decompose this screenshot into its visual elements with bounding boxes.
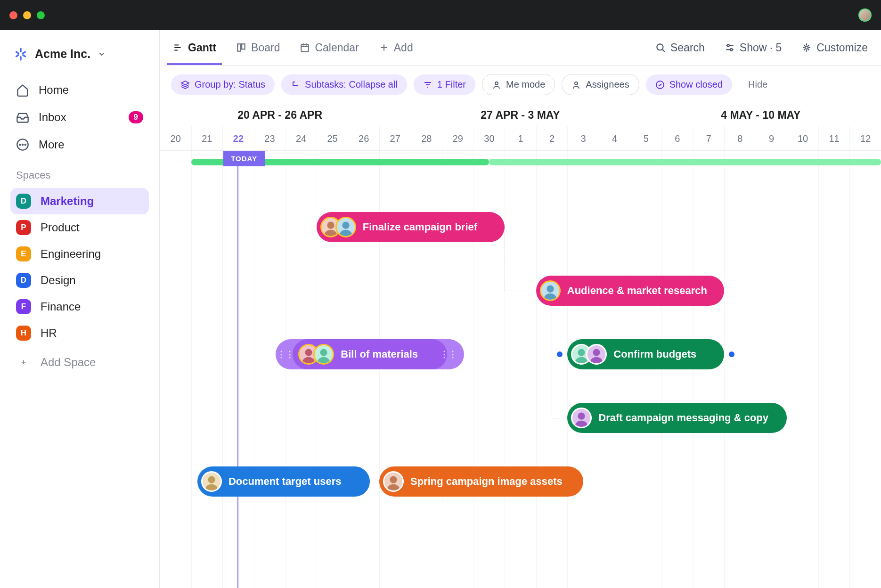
- gantt-task[interactable]: Confirm budgets: [567, 339, 724, 369]
- day-cell: 24: [285, 126, 317, 150]
- svg-point-2: [22, 144, 23, 145]
- inbox-icon: [16, 111, 29, 124]
- close-window[interactable]: [9, 11, 17, 19]
- drag-handle-icon[interactable]: ⋮⋮: [442, 339, 455, 369]
- toolbar-search[interactable]: Search: [653, 31, 707, 65]
- gantt-task[interactable]: Document target users: [197, 466, 370, 497]
- filter-chip[interactable]: 1 Filter: [414, 74, 475, 95]
- gantt-timeline[interactable]: Finalize campaign briefAudience & market…: [160, 151, 881, 588]
- me-mode-chip[interactable]: Me mode: [482, 74, 555, 95]
- show-closed-chip[interactable]: Show closed: [646, 74, 732, 95]
- plus-icon: [379, 42, 389, 53]
- day-cell: 5: [630, 126, 661, 150]
- avatar: [313, 344, 334, 365]
- task-label: Document target users: [228, 475, 342, 488]
- space-label: Marketing: [41, 195, 94, 208]
- week-label: 27 APR - 3 MAY: [400, 104, 640, 126]
- gantt-task[interactable]: Draft campaign messaging & copy: [567, 403, 787, 433]
- gear-icon: [801, 42, 812, 53]
- workspace-switcher[interactable]: Acme Inc.: [10, 41, 149, 66]
- person-icon: [571, 80, 581, 90]
- sidebar-space-product[interactable]: PProduct: [10, 214, 149, 241]
- gantt-task[interactable]: Spring campaign image assets: [379, 466, 583, 497]
- svg-point-10: [805, 46, 808, 49]
- person-icon: [492, 80, 501, 90]
- assignees-chip[interactable]: Assignees: [562, 74, 639, 95]
- week-label: 4 MAY - 10 MAY: [641, 104, 881, 126]
- nav-label: Home: [39, 83, 69, 97]
- gantt-view: 20 APR - 26 APR27 APR - 3 MAY4 MAY - 10 …: [160, 104, 881, 588]
- tab-gantt[interactable]: Gantt: [171, 31, 218, 65]
- sidebar-space-design[interactable]: DDesign: [10, 267, 149, 294]
- gantt-task[interactable]: Finalize campaign brief: [317, 212, 505, 242]
- space-label: Product: [41, 221, 80, 234]
- nav-inbox[interactable]: Inbox 9: [10, 105, 149, 130]
- assignee-avatars: [540, 280, 561, 301]
- day-cell: 28: [411, 126, 442, 150]
- svg-point-36: [578, 413, 585, 420]
- sidebar-space-engineering[interactable]: EEngineering: [10, 241, 149, 267]
- avatar: [383, 471, 404, 492]
- add-space-button[interactable]: + Add Space: [10, 349, 149, 376]
- space-badge: D: [16, 273, 31, 288]
- space-badge: P: [16, 220, 31, 235]
- workspace-name: Acme Inc.: [35, 47, 90, 61]
- day-cell: 22: [222, 126, 254, 150]
- user-avatar[interactable]: [858, 8, 872, 22]
- drag-handle-icon[interactable]: ⋮⋮: [279, 339, 292, 369]
- avatar: [571, 408, 592, 428]
- task-label: Spring campaign image assets: [410, 475, 563, 488]
- space-badge: H: [16, 326, 31, 341]
- day-cell: 7: [693, 126, 725, 150]
- avatar: [335, 217, 356, 237]
- sidebar: Acme Inc. Home Inbox 9 More Spaces DMark…: [0, 30, 160, 588]
- svg-rect-4: [237, 44, 241, 51]
- svg-rect-6: [302, 44, 309, 51]
- layers-icon: [180, 80, 190, 90]
- tab-add[interactable]: Add: [377, 31, 415, 65]
- day-cell: 9: [756, 126, 787, 150]
- subtask-icon: [291, 80, 300, 90]
- gantt-task[interactable]: Audience & market research: [536, 276, 724, 306]
- assignee-avatars: [383, 471, 404, 492]
- toolbar-gear[interactable]: Customize: [799, 31, 870, 65]
- day-cell: 30: [473, 126, 505, 150]
- svg-point-39: [208, 476, 215, 483]
- check-circle-icon: [655, 80, 665, 90]
- gantt-task[interactable]: ⋮⋮Bill of materials⋮⋮: [276, 339, 464, 369]
- sidebar-space-marketing[interactable]: DMarketing: [10, 188, 149, 214]
- avatar: [201, 471, 222, 492]
- svg-point-9: [730, 49, 732, 50]
- inbox-badge: 9: [129, 111, 143, 123]
- nav-more[interactable]: More: [10, 132, 149, 157]
- day-cell: 10: [787, 126, 818, 150]
- nav-home[interactable]: Home: [10, 78, 149, 102]
- filter-bar: Group by: Status Subtasks: Collapse all …: [160, 65, 881, 104]
- sidebar-space-hr[interactable]: HHR: [10, 320, 149, 346]
- day-cell: 6: [661, 126, 693, 150]
- svg-point-18: [342, 222, 349, 229]
- hide-chip[interactable]: Hide: [739, 74, 777, 95]
- day-cell: 12: [849, 126, 881, 150]
- more-icon: [16, 138, 29, 151]
- svg-point-21: [547, 286, 554, 293]
- day-cell: 20: [160, 126, 191, 150]
- svg-point-27: [320, 349, 327, 356]
- sidebar-space-finance[interactable]: FFinance: [10, 294, 149, 320]
- minimize-window[interactable]: [23, 11, 31, 19]
- svg-point-11: [495, 82, 498, 85]
- task-label: Audience & market research: [567, 285, 707, 297]
- tab-calendar[interactable]: Calendar: [298, 31, 360, 65]
- space-label: HR: [41, 327, 57, 340]
- titlebar: [0, 0, 881, 30]
- tab-board[interactable]: Board: [234, 31, 282, 65]
- maximize-window[interactable]: [37, 11, 45, 19]
- subtasks-chip[interactable]: Subtasks: Collapse all: [281, 74, 407, 95]
- progress-bar: [489, 159, 881, 165]
- day-cell: 21: [191, 126, 223, 150]
- avatar: [540, 280, 561, 301]
- search-icon: [655, 42, 666, 53]
- nav-label: More: [39, 138, 65, 151]
- group-by-chip[interactable]: Group by: Status: [171, 74, 275, 95]
- toolbar-sliders[interactable]: Show · 5: [723, 31, 784, 65]
